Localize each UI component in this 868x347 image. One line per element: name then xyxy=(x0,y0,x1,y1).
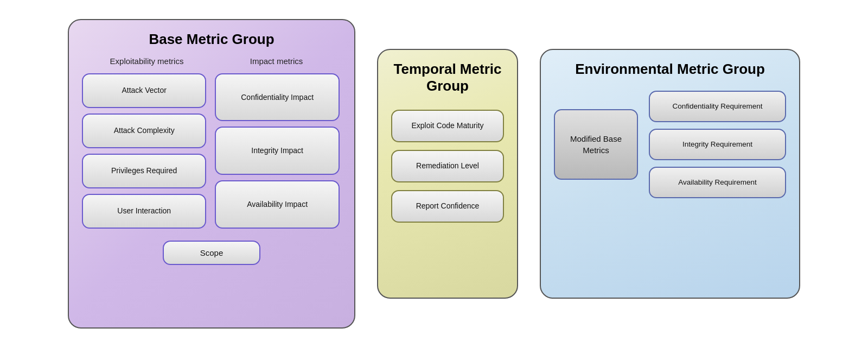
env-content: Modified Base Metrics Confidentiality Re… xyxy=(554,91,786,198)
integrity-impact-box: Integrity Impact xyxy=(215,127,339,175)
base-metric-group: Base Metric Group Exploitability metrics… xyxy=(68,19,355,329)
attack-complexity-box: Attack Complexity xyxy=(82,113,206,148)
impact-label: Impact metrics xyxy=(214,56,339,66)
base-group-title: Base Metric Group xyxy=(149,31,274,48)
integrity-requirement-box: Integrity Requirement xyxy=(649,129,786,160)
subgroup-headers: Exploitability metrics Impact metrics xyxy=(82,56,341,66)
exploit-code-maturity-box: Exploit Code Maturity xyxy=(391,110,504,142)
temporal-metric-group: Temporal Metric Group Exploit Code Matur… xyxy=(377,49,518,299)
remediation-level-box: Remediation Level xyxy=(391,150,504,182)
modified-base-metrics-box: Modified Base Metrics xyxy=(554,109,638,180)
temporal-group-title: Temporal Metric Group xyxy=(391,61,504,94)
scope-container: Scope xyxy=(82,241,341,265)
environmental-metric-group: Environmental Metric Group Modified Base… xyxy=(540,49,800,299)
temporal-metrics-list: Exploit Code Maturity Remediation Level … xyxy=(391,110,504,223)
availability-requirement-box: Availability Requirement xyxy=(649,167,786,198)
confidentiality-impact-box: Confidentiality Impact xyxy=(215,73,339,122)
report-confidence-box: Report Confidence xyxy=(391,190,504,223)
scope-box: Scope xyxy=(163,241,260,265)
environmental-group-title: Environmental Metric Group xyxy=(575,61,765,78)
exploitability-label: Exploitability metrics xyxy=(85,56,209,66)
attack-vector-box: Attack Vector xyxy=(82,73,206,108)
availability-impact-box: Availability Impact xyxy=(215,180,339,229)
confidentiality-requirement-box: Confidentiality Requirement xyxy=(649,91,786,122)
main-container: Base Metric Group Exploitability metrics… xyxy=(0,0,868,347)
impact-col: Confidentiality Impact Integrity Impact … xyxy=(215,73,339,229)
base-cols-container: Attack Vector Attack Complexity Privileg… xyxy=(82,73,341,229)
env-requirements-list: Confidentiality Requirement Integrity Re… xyxy=(649,91,786,198)
user-interaction-box: User Interaction xyxy=(82,194,206,229)
privileges-required-box: Privileges Required xyxy=(82,154,206,188)
exploitability-col: Attack Vector Attack Complexity Privileg… xyxy=(82,73,206,229)
